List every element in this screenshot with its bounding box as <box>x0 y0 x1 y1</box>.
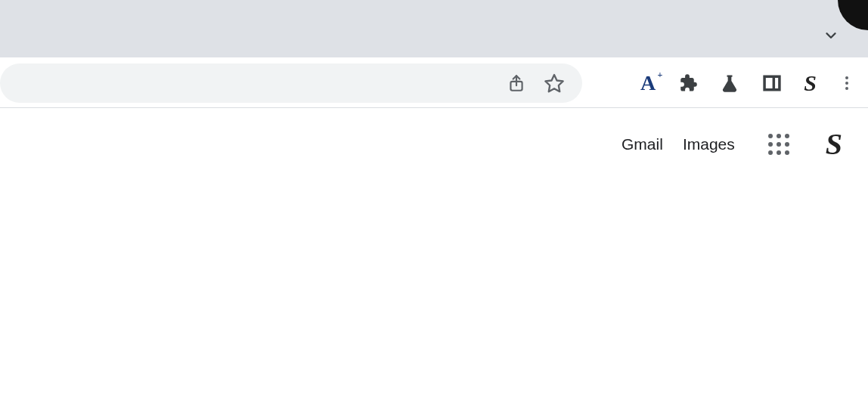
apps-grid-icon[interactable] <box>768 134 789 155</box>
gmail-link[interactable]: Gmail <box>622 135 663 153</box>
tab-strip <box>0 0 868 57</box>
puzzle-icon[interactable] <box>677 73 698 94</box>
svg-point-6 <box>845 87 848 90</box>
profile-s-icon[interactable]: S <box>804 70 817 96</box>
svg-rect-2 <box>764 76 780 90</box>
flask-icon[interactable] <box>719 73 740 94</box>
star-icon[interactable] <box>543 72 566 94</box>
images-link[interactable]: Images <box>683 135 735 153</box>
share-icon[interactable] <box>505 72 528 94</box>
account-avatar[interactable]: S <box>826 126 842 162</box>
font-size-icon[interactable]: A+ <box>640 71 656 95</box>
vertical-dots-icon[interactable] <box>838 74 856 92</box>
omnibox[interactable] <box>0 63 582 103</box>
browser-toolbar: A+ S <box>0 57 868 108</box>
side-panel-icon[interactable] <box>761 73 783 94</box>
svg-marker-1 <box>545 75 563 91</box>
toolbar-actions: A+ S <box>640 57 856 108</box>
svg-point-4 <box>845 76 848 79</box>
page-header: Gmail Images S <box>0 108 868 180</box>
chevron-down-icon[interactable] <box>823 27 839 44</box>
svg-point-5 <box>845 82 848 85</box>
